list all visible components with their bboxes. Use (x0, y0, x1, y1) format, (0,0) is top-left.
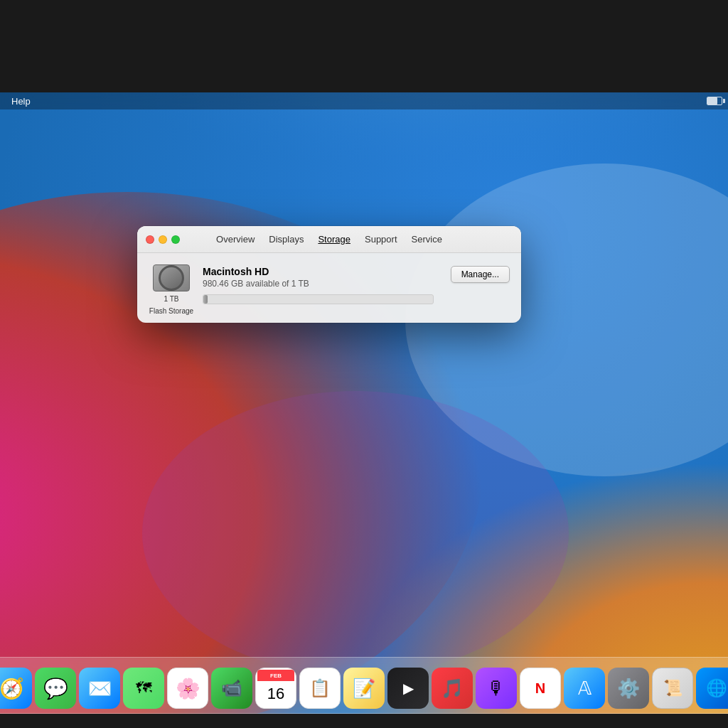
storage-available: 980.46 GB available of 1 TB (203, 279, 434, 289)
battery-icon (707, 97, 722, 105)
tab-storage[interactable]: Storage (311, 231, 358, 247)
dock-icon-podcasts[interactable]: 🎙 (476, 668, 517, 709)
storage-item: 1 TB Flash Storage Macintosh HD 980.46 G… (149, 264, 510, 306)
dock-icon-messages[interactable]: 💬 (35, 668, 76, 709)
tab-support[interactable]: Support (358, 231, 405, 247)
drive-name: Macintosh HD (203, 266, 434, 277)
menubar: Help (0, 92, 728, 109)
dock-icon-appletv[interactable]: ▶ (387, 668, 429, 709)
dock-icon-calendar[interactable]: FEB 16 (255, 668, 296, 709)
system-info-window: Overview Displays Storage Support Servic… (137, 226, 521, 323)
dock-icon-extra[interactable]: 🌐 (696, 668, 728, 709)
drive-type-label: Flash Storage (149, 306, 193, 316)
dock-icon-system-preferences[interactable]: ⚙️ (608, 668, 649, 709)
dock: 🧭 💬 ✉️ 🗺 🌸 📹 FEB 16 📋 (0, 657, 728, 714)
hdd-icon: 1 TB Flash Storage (149, 264, 194, 306)
storage-info: Macintosh HD 980.46 GB available of 1 TB (203, 266, 434, 304)
dock-icon-appstore[interactable]: 𝔸 (564, 668, 605, 709)
manage-button[interactable]: Manage... (451, 266, 510, 283)
close-button[interactable] (146, 235, 154, 244)
desktop: Help Overview Displays Storage Support S… (0, 0, 728, 728)
storage-bar-fill (203, 295, 208, 304)
menubar-right (707, 97, 722, 105)
window-tabs: Overview Displays Storage Support Servic… (209, 231, 449, 247)
hdd-image (153, 264, 190, 291)
drive-capacity-label: 1 TB (164, 294, 179, 304)
menubar-help[interactable]: Help (6, 96, 36, 107)
svg-point-5 (142, 391, 569, 675)
dock-icon-notes[interactable]: 📝 (343, 668, 385, 709)
traffic-lights (146, 235, 180, 244)
tab-service[interactable]: Service (405, 231, 449, 247)
dock-icon-reminders[interactable]: 📋 (299, 668, 341, 709)
window-content: 1 TB Flash Storage Macintosh HD 980.46 G… (137, 253, 521, 323)
storage-bar (203, 294, 434, 304)
bezel-bottom (0, 714, 728, 728)
dock-icon-mail[interactable]: ✉️ (79, 668, 120, 709)
dock-icon-facetime[interactable]: 📹 (211, 668, 252, 709)
tab-overview[interactable]: Overview (209, 231, 262, 247)
minimize-button[interactable] (159, 235, 167, 244)
dock-icon-finder[interactable]: 🧭 (0, 668, 32, 709)
window-titlebar: Overview Displays Storage Support Servic… (137, 226, 521, 253)
dock-icon-maps[interactable]: 🗺 (123, 668, 164, 709)
dock-icon-news[interactable]: N (520, 668, 561, 709)
dock-icon-music[interactable]: 🎵 (432, 668, 473, 709)
dock-icon-script-editor[interactable]: 📜 (652, 668, 693, 709)
tab-displays[interactable]: Displays (262, 231, 311, 247)
bezel-top (0, 0, 728, 92)
dock-icon-photos[interactable]: 🌸 (167, 668, 208, 709)
maximize-button[interactable] (171, 235, 180, 244)
battery-fill (707, 97, 717, 105)
